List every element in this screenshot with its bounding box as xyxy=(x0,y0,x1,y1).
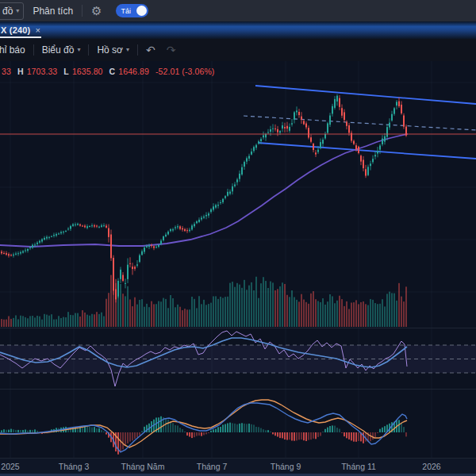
time-axis-label: Tháng Năm xyxy=(121,462,165,471)
high-label: H xyxy=(17,67,24,76)
active-tab-underline xyxy=(0,36,41,38)
trading-app: đồ ▾ Phân tích ⚙ Tải X (240) × chỉ báo B… xyxy=(0,0,476,476)
time-axis-label: Tháng 9 xyxy=(271,462,301,471)
toggle-knob xyxy=(136,6,147,16)
time-axis-label: 2026 xyxy=(422,462,440,471)
chart-type-dropdown[interactable]: đồ ▾ xyxy=(0,2,24,20)
toolbar-divider xyxy=(137,44,138,56)
analysis-menu-item[interactable]: Phân tích xyxy=(33,6,73,17)
undo-icon[interactable]: ↶ xyxy=(146,44,155,56)
open-value: 33 xyxy=(2,67,11,76)
symbol-tab-title: X (240) xyxy=(1,25,30,35)
chevron-down-icon: ▾ xyxy=(77,47,80,53)
toggle-label: Tải xyxy=(121,7,132,15)
close-label: C xyxy=(109,67,116,76)
topbar-divider xyxy=(82,5,83,17)
profile-menu-button[interactable]: Hồ sơ ▾ xyxy=(97,44,129,56)
time-axis-label: Tháng 7 xyxy=(197,462,228,471)
top-menu-bar: đồ ▾ Phân tích ⚙ Tải xyxy=(0,0,476,22)
low-value: 1635.80 xyxy=(72,67,103,76)
load-toggle[interactable]: Tải xyxy=(116,4,148,17)
high-value: 1703.33 xyxy=(27,67,58,76)
chart-area[interactable]: 33 H 1703.33 L 1635.80 C 1646.89 -52.01 … xyxy=(0,61,476,458)
chart-toolbar: chỉ báo Biểu đồ ▾ Hồ sơ ▾ ↶ ↷ xyxy=(0,39,476,62)
chart-type-label: đồ xyxy=(2,6,13,17)
toolbar-divider xyxy=(88,44,89,56)
gear-icon[interactable]: ⚙ xyxy=(91,5,102,17)
chevron-down-icon: ▾ xyxy=(126,47,129,53)
time-axis-label: Tháng 3 xyxy=(59,462,90,471)
chart-canvas[interactable] xyxy=(0,61,476,458)
low-label: L xyxy=(63,67,69,76)
ohlc-legend: 33 H 1703.33 L 1635.80 C 1646.89 -52.01 … xyxy=(2,67,214,76)
toolbar-divider xyxy=(33,44,34,56)
chart-menu-button[interactable]: Biểu đồ ▾ xyxy=(42,44,81,56)
change-value: -52.01 (-3.06%) xyxy=(155,67,214,76)
time-axis[interactable]: 2025Tháng 3Tháng NămTháng 7Tháng 9Tháng … xyxy=(0,458,476,474)
close-icon[interactable]: × xyxy=(35,25,40,35)
close-value: 1646.89 xyxy=(118,67,149,76)
time-axis-label: Tháng 11 xyxy=(341,462,376,471)
indicators-button[interactable]: chỉ báo xyxy=(0,44,25,56)
chevron-down-icon: ▾ xyxy=(16,8,19,14)
redo-icon[interactable]: ↷ xyxy=(167,44,176,56)
time-axis-label: 2025 xyxy=(1,462,19,471)
symbol-tab-bar: X (240) × xyxy=(0,21,476,39)
